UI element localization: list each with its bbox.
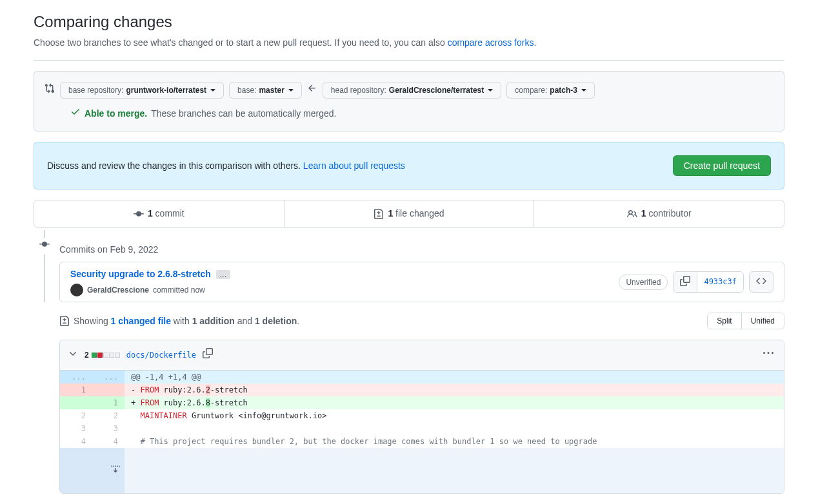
stats-bar: 1 commit 1 file changed 1 contributor bbox=[34, 200, 784, 228]
page-title: Comparing changes bbox=[34, 10, 784, 34]
expand-down-row[interactable] bbox=[60, 448, 784, 493]
git-compare-icon bbox=[45, 83, 55, 97]
merge-detail-text: These branches can be automatically merg… bbox=[151, 107, 336, 121]
commit-dot-icon bbox=[39, 238, 50, 255]
sha-link[interactable]: 4933c3f bbox=[697, 272, 743, 292]
base-repo-label: base repository: bbox=[68, 86, 123, 95]
diff-line-ctx: 3 3 bbox=[60, 422, 784, 435]
copy-icon bbox=[203, 348, 213, 358]
chevron-down-icon[interactable] bbox=[68, 348, 78, 362]
page-subtitle: Choose two branches to see what's change… bbox=[34, 36, 784, 50]
additions-text: 1 addition bbox=[192, 316, 235, 326]
compare-label: compare: bbox=[515, 86, 547, 95]
changed-file-link[interactable]: 1 changed file bbox=[111, 316, 171, 326]
caret-icon bbox=[488, 89, 493, 92]
diff-line-ctx: 2 2 MAINTAINER Gruntwork <info@gruntwork… bbox=[60, 409, 784, 422]
file-diff-icon bbox=[59, 316, 70, 326]
diffstat-block bbox=[103, 353, 108, 358]
base-value: master bbox=[259, 86, 284, 95]
diffstat-count: 2 bbox=[85, 349, 89, 361]
contrib-count: 1 bbox=[641, 208, 646, 218]
avatar[interactable] bbox=[70, 284, 83, 296]
base-branch-selector[interactable]: base: master bbox=[229, 82, 302, 99]
committed-time: committed now bbox=[153, 284, 205, 296]
discuss-text: Discuss and review the changes in this c… bbox=[47, 160, 303, 171]
split-view-button[interactable]: Split bbox=[708, 313, 741, 329]
caret-icon bbox=[288, 89, 294, 92]
copy-path-button[interactable] bbox=[203, 348, 213, 362]
diff-line-add: 1 + FROM ruby:2.6.8-stretch bbox=[60, 396, 784, 409]
diff-line-del: 1 - FROM ruby:2.6.2-stretch bbox=[60, 383, 784, 396]
line-num-old[interactable]: 3 bbox=[60, 422, 92, 435]
commit-author-link[interactable]: GeraldCrescione bbox=[87, 284, 149, 296]
base-label: base: bbox=[237, 86, 256, 95]
with-text: with bbox=[171, 316, 192, 326]
stat-commits[interactable]: 1 commit bbox=[34, 200, 284, 227]
compare-value: patch-3 bbox=[550, 86, 577, 95]
line-num-old[interactable]: 1 bbox=[60, 383, 92, 396]
files-label: file changed bbox=[393, 208, 444, 218]
head-repo-label: head repository: bbox=[331, 86, 386, 95]
commits-date-heading: Commits on Feb 9, 2022 bbox=[44, 238, 784, 262]
diff-comment: # This project requires bundler 2, but t… bbox=[140, 437, 597, 446]
head-repo-value: GeraldCrescione/terratest bbox=[389, 86, 484, 95]
diff-line-ctx: 4 4 # This project requires bundler 2, b… bbox=[60, 435, 784, 448]
copy-icon bbox=[680, 276, 690, 286]
filename-link[interactable]: docs/Dockerfile bbox=[126, 349, 196, 361]
caret-icon bbox=[581, 89, 586, 92]
caret-icon bbox=[210, 89, 215, 92]
merge-status-text: Able to merge. bbox=[85, 107, 147, 121]
commits-count: 1 bbox=[148, 208, 153, 218]
subtitle-text: Choose two branches to see what's change… bbox=[34, 37, 448, 48]
code-icon bbox=[756, 276, 766, 286]
range-editor: base repository: gruntwork-io/terratest … bbox=[34, 71, 784, 131]
diff-table: ...... @@ -1,4 +1,4 @@ 1 - FROM ruby:2.6… bbox=[60, 371, 784, 493]
create-pr-button[interactable]: Create pull request bbox=[673, 155, 771, 176]
diffstat-block-del bbox=[97, 353, 103, 358]
people-icon bbox=[627, 209, 637, 219]
commits-label: commit bbox=[153, 208, 185, 218]
line-num-old[interactable]: 2 bbox=[60, 409, 92, 422]
commit-expand-button[interactable]: … bbox=[216, 270, 230, 279]
divider bbox=[34, 60, 784, 61]
hunk-text: @@ -1,4 +1,4 @@ bbox=[125, 371, 784, 383]
create-pr-box: Discuss and review the changes in this c… bbox=[34, 142, 784, 189]
check-icon bbox=[70, 106, 81, 121]
line-num-new[interactable]: 1 bbox=[92, 396, 125, 409]
head-repo-selector[interactable]: head repository: GeraldCrescione/terrate… bbox=[323, 82, 501, 99]
copy-sha-button[interactable] bbox=[673, 272, 697, 292]
line-num-new[interactable] bbox=[92, 383, 125, 396]
commit-row: Security upgrade to 2.6.8-stretch … Gera… bbox=[59, 262, 784, 302]
file-menu-button[interactable] bbox=[761, 345, 776, 365]
line-num-old[interactable]: 4 bbox=[60, 435, 92, 448]
stat-contributors[interactable]: 1 contributor bbox=[534, 200, 784, 227]
hunk-header: ...... @@ -1,4 +1,4 @@ bbox=[60, 371, 784, 383]
base-repo-selector[interactable]: base repository: gruntwork-io/terratest bbox=[60, 82, 224, 99]
base-repo-value: gruntwork-io/terratest bbox=[126, 86, 206, 95]
line-num-new[interactable]: 4 bbox=[92, 435, 125, 448]
line-num-new[interactable]: 2 bbox=[92, 409, 125, 422]
diff-view-toggle: Split Unified bbox=[707, 313, 784, 329]
learn-pr-link[interactable]: Learn about pull requests bbox=[303, 160, 405, 171]
arrow-left-icon bbox=[307, 82, 317, 98]
showing-text: Showing bbox=[74, 316, 111, 326]
and-text: and bbox=[235, 316, 255, 326]
deletions-text: 1 deletion bbox=[255, 316, 297, 326]
commit-title-link[interactable]: Security upgrade to 2.6.8-stretch bbox=[70, 267, 211, 281]
kebab-icon bbox=[763, 348, 773, 358]
line-num-new[interactable]: 3 bbox=[92, 422, 125, 435]
commit-icon bbox=[134, 209, 144, 219]
compare-forks-link[interactable]: compare across forks bbox=[448, 37, 534, 48]
unified-view-button[interactable]: Unified bbox=[741, 313, 784, 329]
expand-down-icon bbox=[110, 463, 121, 474]
file-diff-icon bbox=[374, 209, 384, 219]
diffstat-block bbox=[109, 353, 114, 358]
file-diff: 2 docs/Dockerfile bbox=[59, 340, 784, 494]
browse-code-button[interactable] bbox=[749, 271, 773, 293]
unverified-badge[interactable]: Unverified bbox=[619, 275, 668, 290]
line-num-old[interactable] bbox=[60, 396, 92, 409]
stat-files[interactable]: 1 file changed bbox=[284, 200, 534, 227]
subtitle-post: . bbox=[534, 37, 536, 48]
compare-branch-selector[interactable]: compare: patch-3 bbox=[506, 82, 595, 99]
diffstat-block-add bbox=[92, 353, 97, 358]
